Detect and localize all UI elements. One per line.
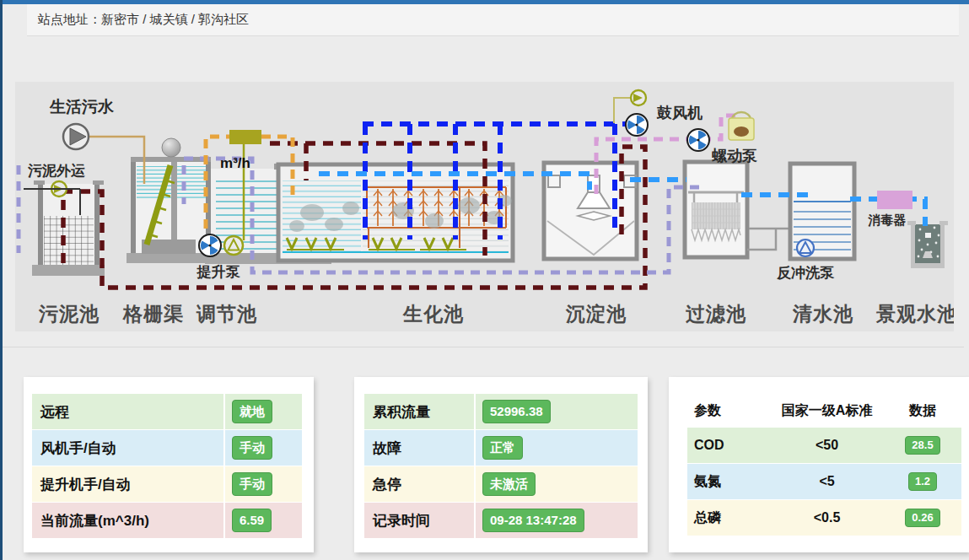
- column-header: 国家一级A标准: [770, 402, 884, 420]
- table-row: 故障 正常: [364, 430, 638, 466]
- row-label: 当前流量(m^3/h): [32, 511, 223, 530]
- sludge-out-label: 污泥外运: [27, 163, 85, 179]
- row-label: 急停: [364, 475, 474, 494]
- tank-label-sludge: 污泥池: [38, 303, 100, 325]
- column-header: 数据: [884, 402, 961, 420]
- table-row: 氨氮 <5 1.2: [687, 464, 961, 499]
- inflow-pump-icon: [63, 124, 89, 149]
- status-panel: 累积流量 52996.38 故障 正常 急停 未激活 记录时间 09-28 13…: [354, 377, 648, 552]
- value-badge: 6.59: [232, 509, 272, 532]
- tank-label-filter: 过滤池: [686, 303, 746, 325]
- param-name: 总磷: [687, 509, 770, 527]
- param-standard: <0.5: [770, 510, 884, 525]
- site-header: 站点地址：新密市 / 城关镇 / 郭沟社区: [27, 4, 959, 36]
- lift-pump-icon: [224, 236, 243, 255]
- flow-unit-label: m³/h: [220, 155, 250, 171]
- water-quality-panel: 参数 国家一级A标准 数据 COD <50 28.5 氨氮 <5 1.2 总磷 …: [669, 377, 969, 552]
- table-row: 记录时间 09-28 13:47:28: [364, 503, 638, 538]
- param-name: 氨氮: [687, 473, 770, 491]
- row-label: 远程: [32, 402, 223, 422]
- status-badge[interactable]: 手动: [232, 436, 272, 460]
- table-row: 累积流量 52996.38: [364, 394, 638, 429]
- status-badge[interactable]: 就地: [232, 400, 272, 423]
- row-label: 记录时间: [364, 511, 474, 530]
- grille-channel-tank: [127, 138, 211, 263]
- site-address: 站点地址：新密市 / 城关镇 / 郭沟社区: [27, 12, 249, 28]
- value-badge: 52996.38: [482, 400, 551, 423]
- tank-label-landscape: 景观水池: [875, 303, 954, 325]
- left-accent-bar: [0, 0, 3, 560]
- biochemical-tank: [278, 164, 513, 261]
- status-badge: 正常: [482, 436, 523, 460]
- screen-drive-ball: [162, 138, 180, 157]
- table-row: 提升机手/自动 手动: [32, 466, 302, 502]
- table-row: 远程 就地: [32, 394, 302, 429]
- table-row: 总磷 <0.5 0.26: [687, 500, 961, 536]
- process-flow-diagram: 生活污水 污泥外运 m³/h 提升泵 鼓风机 螺动泵 反冲洗泵 消毒器 污泥池 …: [15, 82, 954, 331]
- process-flow-svg: 生活污水 污泥外运 m³/h 提升泵 鼓风机 螺动泵 反冲洗泵 消毒器 污泥池 …: [15, 82, 954, 331]
- column-header: 参数: [687, 402, 770, 420]
- row-label: 故障: [364, 439, 474, 458]
- table-row: 风机手/自动 手动: [32, 430, 302, 466]
- backwash-pump-label: 反冲洗泵: [776, 265, 835, 281]
- sludge-tank: [32, 180, 105, 276]
- lift-pump-label: 提升泵: [196, 264, 241, 280]
- row-label: 累积流量: [364, 402, 474, 422]
- tank-label-grille: 格栅渠: [122, 303, 184, 325]
- dosing-pump-label: 螺动泵: [711, 148, 757, 164]
- backwash-pump-icon: [797, 240, 814, 256]
- value-badge: 1.2: [908, 472, 937, 492]
- tank-label-cleanwater: 清水池: [792, 303, 853, 325]
- table-row: 当前流量(m^3/h) 6.59: [32, 503, 302, 538]
- quality-table: 参数 国家一级A标准 数据 COD <50 28.5 氨氮 <5 1.2 总磷 …: [687, 394, 961, 536]
- param-name: COD: [687, 438, 770, 453]
- status-badge: 未激活: [482, 472, 536, 496]
- param-standard: <50: [770, 438, 884, 453]
- filter-tank: [685, 162, 747, 257]
- quality-table-header: 参数 国家一级A标准 数据: [687, 394, 961, 428]
- section-divider: [3, 347, 964, 347]
- disinfector-box: [877, 191, 912, 209]
- row-label: 风机手/自动: [32, 439, 223, 458]
- blower-valve-icon: [631, 90, 646, 105]
- disinfector-label: 消毒器: [868, 213, 907, 227]
- control-panel: 远程 就地 风机手/自动 手动 提升机手/自动 手动 当前流量(m^3/h) 6…: [24, 377, 314, 552]
- control-table: 远程 就地 风机手/自动 手动 提升机手/自动 手动 当前流量(m^3/h) 6…: [32, 394, 302, 538]
- table-row: COD <50 28.5: [687, 428, 961, 463]
- landscape-pool: [907, 221, 948, 268]
- inflow-label: 生活污水: [49, 98, 115, 116]
- param-standard: <5: [770, 474, 884, 489]
- blower-label: 鼓风机: [656, 105, 703, 121]
- tank-label-regulating: 调节池: [196, 303, 257, 325]
- timestamp-badge: 09-28 13:47:28: [482, 509, 584, 532]
- status-badge[interactable]: 手动: [232, 472, 272, 496]
- value-badge: 28.5: [905, 436, 939, 455]
- status-table: 累积流量 52996.38 故障 正常 急停 未激活 记录时间 09-28 13…: [364, 394, 638, 538]
- value-badge: 0.26: [905, 509, 939, 528]
- row-label: 提升机手/自动: [32, 475, 223, 494]
- tank-label-biochemical: 生化池: [402, 303, 464, 325]
- table-row: 急停 未激活: [364, 466, 638, 502]
- tank-label-sedimentation: 沉淀池: [565, 303, 627, 325]
- flow-meter: [229, 130, 261, 144]
